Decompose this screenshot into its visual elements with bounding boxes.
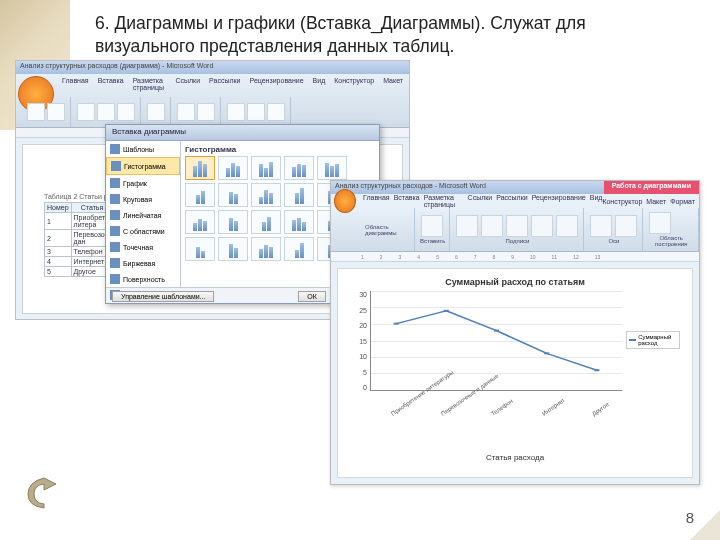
tab[interactable]: Разметка страницы bbox=[131, 76, 169, 92]
word2-tabs-right: Конструктор Макет Формат bbox=[602, 198, 695, 205]
category-item[interactable]: Точечная bbox=[106, 239, 180, 255]
tool-icon[interactable] bbox=[117, 103, 135, 121]
chart-title-icon[interactable] bbox=[456, 215, 478, 237]
tab[interactable]: Макет bbox=[381, 76, 405, 92]
chart-thumb[interactable] bbox=[185, 156, 215, 180]
chart-legend: Суммарный расход bbox=[626, 331, 680, 349]
chart-thumb[interactable] bbox=[251, 210, 281, 234]
tab[interactable]: Вставка bbox=[96, 76, 126, 92]
legend-icon[interactable] bbox=[506, 215, 528, 237]
tab[interactable]: Рассылки bbox=[496, 194, 527, 208]
chart-thumb[interactable] bbox=[218, 156, 248, 180]
tool-icon[interactable] bbox=[47, 103, 65, 121]
chart-thumb[interactable] bbox=[218, 210, 248, 234]
category-item[interactable]: С областями bbox=[106, 223, 180, 239]
ruler: 12345678910111213 bbox=[331, 252, 699, 262]
data-table-icon[interactable] bbox=[556, 215, 578, 237]
word-window-2: Анализ структурных расходов - Microsoft … bbox=[330, 180, 700, 485]
grid-icon[interactable] bbox=[615, 215, 637, 237]
ribbon-group: Область диаграммы bbox=[361, 208, 415, 251]
ok-button[interactable]: ОК bbox=[298, 291, 326, 302]
tab[interactable]: Макет bbox=[646, 198, 666, 205]
word1-ribbon: Главная Вставка Разметка страницы Ссылки… bbox=[16, 74, 409, 128]
word2-tabs: Главная Вставка Разметка страницы Ссылки… bbox=[363, 194, 602, 208]
category-item[interactable]: Круговая bbox=[106, 191, 180, 207]
tool-icon[interactable] bbox=[177, 103, 195, 121]
category-item[interactable]: График bbox=[106, 175, 180, 191]
tab[interactable]: Конструктор bbox=[332, 76, 376, 92]
x-axis-labels: Приобретение литературы Перевозочные и д… bbox=[371, 412, 622, 418]
category-item[interactable]: Биржевая bbox=[106, 255, 180, 271]
word2-menurow: Главная Вставка Разметка страницы Ссылки… bbox=[331, 194, 699, 208]
tab[interactable]: Формат bbox=[670, 198, 695, 205]
hbar-icon bbox=[110, 210, 120, 220]
tool-icon[interactable] bbox=[197, 103, 215, 121]
axis-title-icon[interactable] bbox=[481, 215, 503, 237]
office-button-icon[interactable] bbox=[334, 189, 356, 213]
data-labels-icon[interactable] bbox=[531, 215, 553, 237]
tool-icon[interactable] bbox=[267, 103, 285, 121]
ribbon-group-labels: Подписи bbox=[451, 208, 584, 251]
chart-thumb[interactable] bbox=[284, 183, 314, 207]
category-item[interactable]: Шаблоны bbox=[106, 141, 180, 157]
tool-icon[interactable] bbox=[77, 103, 95, 121]
folder-icon bbox=[110, 144, 120, 154]
tab[interactable]: Рецензирование bbox=[248, 76, 306, 92]
plot-area: Суммарный расход Приобретение литературы… bbox=[370, 291, 622, 391]
chart-thumb[interactable] bbox=[284, 237, 314, 261]
manage-templates-button[interactable]: Управление шаблонами... bbox=[112, 291, 214, 302]
tab[interactable]: Рецензирование bbox=[532, 194, 586, 208]
ribbon-group: Вставить bbox=[416, 208, 450, 251]
chart-thumb[interactable] bbox=[185, 237, 215, 261]
tab[interactable]: Ссылки bbox=[173, 76, 202, 92]
svg-rect-2 bbox=[494, 330, 499, 332]
chart-thumb[interactable] bbox=[218, 237, 248, 261]
tab[interactable]: Ссылки bbox=[468, 194, 493, 208]
chart-thumb[interactable] bbox=[251, 156, 281, 180]
bar-icon bbox=[111, 161, 121, 171]
back-arrow-icon[interactable] bbox=[20, 472, 64, 512]
tab[interactable]: Вставка bbox=[394, 194, 420, 208]
ribbon-group: Оси bbox=[585, 208, 643, 251]
tab[interactable]: Рассылки bbox=[207, 76, 242, 92]
svg-rect-0 bbox=[394, 323, 399, 325]
chart-thumb[interactable] bbox=[218, 183, 248, 207]
chart-thumb[interactable] bbox=[284, 210, 314, 234]
chart-thumb[interactable] bbox=[317, 156, 347, 180]
insert-icon[interactable] bbox=[421, 215, 443, 237]
chart-tools-label: Работа с диаграммами bbox=[604, 181, 699, 194]
chart-thumb[interactable] bbox=[185, 210, 215, 234]
axes-icon[interactable] bbox=[590, 215, 612, 237]
chart-thumb[interactable] bbox=[251, 237, 281, 261]
tab[interactable]: Главная bbox=[60, 76, 91, 92]
dialog-title: Вставка диаграммы bbox=[106, 125, 379, 141]
tab[interactable]: Главная bbox=[363, 194, 390, 208]
word1-tabs: Главная Вставка Разметка страницы Ссылки… bbox=[56, 74, 409, 94]
corner-decoration bbox=[690, 510, 720, 540]
tool-icon[interactable] bbox=[247, 103, 265, 121]
tab[interactable]: Вид bbox=[311, 76, 328, 92]
svg-rect-1 bbox=[444, 310, 449, 312]
tool-icon[interactable] bbox=[27, 103, 45, 121]
chart-thumb[interactable] bbox=[284, 156, 314, 180]
stock-icon bbox=[110, 258, 120, 268]
category-item[interactable]: Поверхность bbox=[106, 271, 180, 287]
line-icon bbox=[110, 178, 120, 188]
tab[interactable]: Конструктор bbox=[602, 198, 642, 205]
chart-thumb[interactable] bbox=[251, 183, 281, 207]
tool-icon[interactable] bbox=[97, 103, 115, 121]
plot-area-icon[interactable] bbox=[649, 212, 671, 234]
chart-thumb[interactable] bbox=[185, 183, 215, 207]
category-item[interactable]: Линейчатая bbox=[106, 207, 180, 223]
document-area: Суммарный расход по статьям 30 25 20 15 … bbox=[337, 268, 693, 478]
word1-titlebar: Анализ структурных расходов (диаграмма) … bbox=[16, 61, 409, 74]
chart-area[interactable]: 30 25 20 15 10 5 0 bbox=[350, 291, 680, 421]
category-item[interactable]: Гистограмма bbox=[106, 157, 180, 175]
tab[interactable]: Вид bbox=[590, 194, 603, 208]
ribbon-group: Область построения bbox=[644, 208, 699, 251]
word1-tools bbox=[22, 97, 409, 127]
tab[interactable]: Разметка страницы bbox=[424, 194, 464, 208]
chart-categories: Шаблоны Гистограмма График Круговая Лине… bbox=[106, 141, 181, 287]
tool-icon[interactable] bbox=[147, 103, 165, 121]
tool-icon[interactable] bbox=[227, 103, 245, 121]
